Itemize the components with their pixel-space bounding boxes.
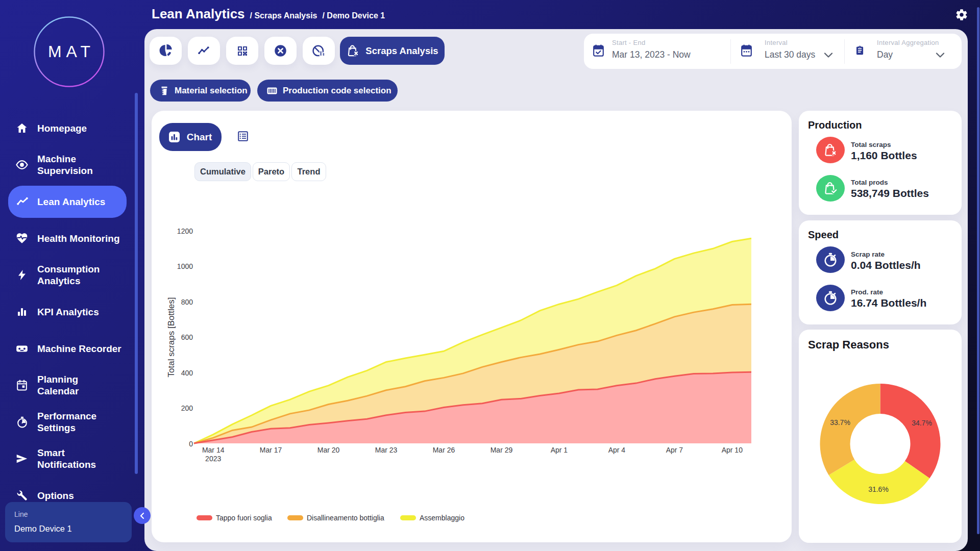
svg-text:34.7%: 34.7% <box>912 419 932 427</box>
svg-text:Mar 26: Mar 26 <box>433 446 455 454</box>
svg-text:31.6%: 31.6% <box>868 485 889 493</box>
svg-text:Mar 14: Mar 14 <box>202 446 225 454</box>
svg-text:Mar 23: Mar 23 <box>375 446 398 454</box>
svg-text:Mar 29: Mar 29 <box>491 446 513 454</box>
svg-text:0: 0 <box>189 440 193 448</box>
svg-text:Total scraps [Bottles]: Total scraps [Bottles] <box>166 297 176 378</box>
svg-text:Apr 4: Apr 4 <box>608 446 626 454</box>
svg-text:Apr 1: Apr 1 <box>551 446 568 454</box>
svg-text:33.7%: 33.7% <box>830 418 850 427</box>
svg-text:1000: 1000 <box>177 262 193 270</box>
svg-text:600: 600 <box>181 333 193 341</box>
svg-text:Apr 7: Apr 7 <box>666 446 683 454</box>
svg-text:Mar 20: Mar 20 <box>317 446 340 454</box>
svg-text:2023: 2023 <box>205 455 221 463</box>
svg-text:200: 200 <box>181 404 193 412</box>
svg-text:1200: 1200 <box>177 227 193 235</box>
svg-text:Mar 17: Mar 17 <box>260 446 282 454</box>
svg-text:800: 800 <box>181 298 193 306</box>
svg-text:Apr 10: Apr 10 <box>722 446 743 454</box>
svg-text:400: 400 <box>181 369 193 377</box>
